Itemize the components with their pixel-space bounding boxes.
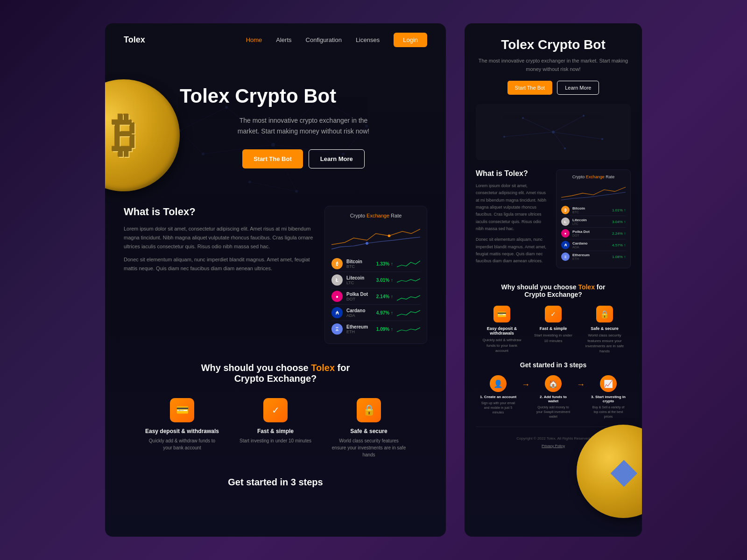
start-bot-button[interactable]: Start The Bot: [242, 149, 303, 168]
svg-line-30: [553, 132, 602, 139]
step-arrow-1: →: [521, 380, 530, 390]
why-title: Why should you choose Tolex forCrypto Ex…: [124, 363, 427, 384]
right-deposit-icon: 💳: [493, 306, 510, 322]
right-btc-change: 1.01% ↑: [612, 208, 626, 212]
step-1-title: 1. Create an account: [479, 395, 517, 399]
nav-link-alerts[interactable]: Alerts: [276, 36, 291, 43]
btc-icon: ₿: [331, 258, 343, 269]
right-btc-info: Bitcoin BTC: [572, 206, 609, 214]
right-rate-dot: ● Polka Dot DOT 2.24% ↑: [561, 228, 626, 239]
right-hero-subtitle: The most innovative crypto exchanger in …: [476, 57, 631, 73]
right-steps-section: Get started in 3 steps 👤 1. Create an ac…: [476, 361, 631, 419]
ada-name: Cardano: [346, 308, 373, 313]
feature-fast: ✓ Fast & simple Start investing in under…: [238, 398, 313, 458]
step-2-icon: 🏠: [545, 375, 562, 392]
step-2: 🏠 2. Add funds to wallet Quickly add mon…: [535, 375, 572, 419]
eth-change: 1.09% ↑: [376, 327, 393, 332]
nav-link-home[interactable]: Home: [246, 36, 262, 43]
right-what-section: What is Tolex? Lorem ipsum dolor sit ame…: [476, 169, 631, 276]
secure-icon: 🔒: [357, 398, 381, 422]
fast-desc: Start investing in under 10 minutes: [238, 437, 313, 444]
rate-item-dot: ● Polka Dot DOT 2.14% ↑: [331, 288, 420, 305]
learn-more-button[interactable]: Learn More: [309, 149, 365, 168]
btc-change: 1.33% ↑: [376, 261, 393, 266]
svg-point-19: [388, 235, 391, 238]
secure-desc: World class security features ensure you…: [331, 437, 406, 458]
bitcoin-coin-circle: ₿: [105, 79, 180, 191]
step-3-title: 3. Start investing in crypto: [590, 395, 627, 403]
steps-section: Get started in 3 steps: [105, 468, 446, 502]
rate-item-ltc: Ł Litecoin LTC 3.01% ↑: [331, 272, 420, 288]
right-rate-title: Crypto Exchange Rate: [561, 175, 626, 179]
right-rate-btc: ₿ Bitcoin BTC 1.01% ↑: [561, 204, 626, 216]
step-3: 📈 3. Start investing in crypto Buy & Sel…: [590, 375, 627, 419]
dot-icon: ●: [331, 291, 343, 302]
eth-name: Ethereum: [346, 324, 373, 329]
dot-change: 2.14% ↑: [376, 294, 393, 299]
step-1: 👤 1. Create an account Sign up with your…: [479, 375, 517, 414]
rate-item-eth: Ξ Ethereum ETH 1.09% ↑: [331, 321, 420, 337]
rate-item-btc: ₿ Bitcoin BTC 1.33% ↑: [331, 256, 420, 272]
btc-symbol: BTC: [346, 264, 373, 269]
logo: Tolex: [124, 35, 145, 45]
right-dot-info: Polka Dot DOT: [572, 230, 609, 237]
privacy-link[interactable]: Privacy Policy: [542, 444, 565, 448]
step-2-desc: Quickly add money to your Swaplt investm…: [535, 405, 572, 419]
right-panel: ◆ Tolex Crypto Bot The most innovative c…: [465, 23, 642, 537]
right-fast-desc: Start investing in under 10 minutes: [532, 333, 574, 343]
eth-icon: Ξ: [331, 323, 343, 335]
right-mini-chart: [561, 183, 626, 202]
fast-title: Fast & simple: [238, 428, 313, 434]
right-rate-ada: ₳ Cardano ADA 4.57% ↑: [561, 239, 626, 251]
right-ltc-icon: Ł: [561, 217, 570, 226]
left-panel: ₿ Tolex Home Alerts Configuration Licens…: [105, 23, 446, 537]
nav-link-licenses[interactable]: Licenses: [356, 36, 380, 43]
right-deposit-title: Easy deposit & withdrawals: [481, 326, 523, 336]
btc-info: Bitcoin BTC: [346, 259, 373, 269]
right-features-grid: 💳 Easy deposit & withdrawals Quickly add…: [476, 306, 631, 354]
svg-line-28: [553, 116, 584, 132]
ltc-icon: Ł: [331, 274, 343, 286]
right-fast-icon: ✓: [545, 306, 562, 322]
right-hero-title: Tolex Crypto Bot: [476, 37, 631, 52]
ltc-info: Litecoin LTC: [346, 275, 373, 285]
right-feature-secure: 🔒 Safe & secure World class security fea…: [584, 306, 626, 354]
right-start-bot-button[interactable]: Start The Bot: [507, 81, 553, 95]
btc-name: Bitcoin: [346, 259, 373, 264]
nav-links: Home Alerts Configuration Licenses Login: [246, 33, 427, 47]
nav-link-configuration[interactable]: Configuration: [306, 36, 342, 43]
eth-coin-circle: ◆: [577, 425, 642, 518]
hero-title: Tolex Crypto Bot: [180, 84, 427, 108]
eth-symbol: ETH: [346, 329, 373, 334]
right-eth-info: Ethereum ETH: [572, 253, 609, 260]
right-rate-ltc: Ł Litecoin LTC 3.04% ↑: [561, 216, 626, 228]
ada-icon: ₳: [331, 307, 343, 318]
right-learn-more-button[interactable]: Learn More: [557, 81, 599, 95]
ltc-name: Litecoin: [346, 275, 373, 280]
step-3-desc: Buy & Sell a variety of top coins at the…: [590, 405, 627, 419]
feature-secure: 🔒 Safe & secure World class security fea…: [331, 398, 406, 458]
right-what-para2: Donec sit elementum aliquam, nunc imperd…: [476, 236, 550, 265]
ethereum-coin-decoration: ◆: [577, 425, 642, 518]
dot-symbol: DOT: [346, 297, 373, 301]
right-secure-icon: 🔒: [596, 306, 613, 322]
navbar: Tolex Home Alerts Configuration Licenses…: [105, 23, 446, 56]
right-network-visual: [476, 104, 631, 160]
ada-change: 4.97% ↑: [376, 310, 393, 315]
login-button[interactable]: Login: [394, 33, 427, 47]
right-secure-title: Safe & secure: [584, 326, 626, 331]
ada-info: Cardano ADA: [346, 308, 373, 318]
steps-row: 👤 1. Create an account Sign up with your…: [476, 375, 631, 419]
right-what-para1: Lorem ipsum dolor sit amet, consectetur …: [476, 182, 550, 232]
svg-point-20: [366, 242, 368, 245]
what-para2: Donec sit elementum aliquam, nunc imperd…: [124, 255, 315, 273]
dot-name: Polka Dot: [346, 292, 373, 297]
svg-line-27: [523, 118, 553, 132]
right-why-title: Why should you choose Tolex forCrypto Ex…: [476, 283, 631, 298]
features-grid: 💳 Easy deposit & withdrawals Quickly add…: [124, 398, 427, 458]
right-fast-title: Fast & simple: [532, 326, 574, 331]
why-section: Why should you choose Tolex forCrypto Ex…: [105, 353, 446, 468]
dot-info: Polka Dot DOT: [346, 292, 373, 301]
right-feature-fast: ✓ Fast & simple Start investing in under…: [532, 306, 574, 354]
right-why-section: Why should you choose Tolex forCrypto Ex…: [476, 283, 631, 354]
